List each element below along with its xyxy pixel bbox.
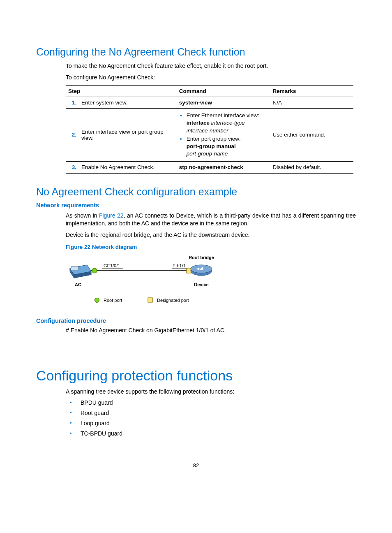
table-row: 2. Enter interface view or port group vi… [66,109,353,161]
chapter-heading-configuring-protection-functions: Configuring protection functions [36,368,356,384]
section-heading-no-agreement-check-example: No Agreement Check configuration example [36,186,356,198]
paragraph: As shown in Figure 22, an AC connects to… [66,212,356,228]
table-row: 3. Enable No Agreement Check. stp no-agr… [66,161,353,173]
paragraph: To make the No Agreement Check feature t… [66,62,356,70]
step-description: Enable No Agreement Check. [79,161,177,173]
paragraph: # Enable No Agreement Check on GigabitEt… [66,327,356,335]
paragraph: A spanning tree device supports the foll… [66,388,356,396]
step-remarks: Disabled by default. [270,161,353,173]
step-number: 2. [66,109,79,161]
subheading-network-requirements: Network requirements [36,202,356,209]
svg-text:Root port: Root port [104,298,122,303]
svg-text:GE1/0/1: GE1/0/1 [104,263,120,268]
legend-designated-port-icon [148,298,152,302]
list-item: BPDU guard [66,399,356,407]
step-command: stp no-agreement-check [177,161,270,173]
steps-table: Step Command Remarks 1. Enter system vie… [66,85,353,173]
list-item: Loop guard [66,419,356,427]
col-header-step: Step [66,85,177,97]
network-diagram: Root bridge GE1/0/1 Eth1/1 [66,254,238,308]
paragraph: To configure No Agreement Check: [66,74,356,82]
svg-text:Device: Device [194,282,208,287]
svg-text:Root bridge: Root bridge [189,255,214,260]
legend-root-port-icon [95,298,99,303]
root-port-icon [92,268,97,273]
col-header-remarks: Remarks [270,85,353,97]
table-row: 1. Enter system view. system-view N/A [66,97,353,109]
svg-rect-5 [70,266,79,271]
step-description: Enter system view. [79,97,177,109]
col-header-command: Command [177,85,270,97]
paragraph: Device is the regional root bridge, and … [66,231,356,239]
step-number: 3. [66,161,79,173]
svg-text:AC: AC [75,282,81,287]
svg-text:Designated port: Designated port [157,298,189,303]
protection-functions-list: BPDU guard Root guard Loop guard TC-BPDU… [66,399,356,438]
section-heading-configuring-no-agreement-check: Configuring the No Agreement Check funct… [36,46,356,58]
device-router-icon [191,265,212,276]
step-remarks: N/A [270,97,353,109]
ac-device-icon [70,265,91,278]
list-item: TC-BPDU guard [66,430,356,438]
list-item: Root guard [66,409,356,417]
step-description: Enter interface view or port group view. [79,109,177,161]
step-remarks: Use either command. [270,109,353,161]
page-number: 82 [36,462,356,468]
step-number: 1. [66,97,79,109]
figure-caption: Figure 22 Network diagram [66,244,356,250]
link-figure-22[interactable]: Figure 22 [99,212,124,219]
svg-text:Eth1/1: Eth1/1 [173,263,186,268]
subheading-configuration-procedure: Configuration procedure [36,317,356,324]
step-command: system-view [177,97,270,109]
step-command: Enter Ethernet interface view: interface… [177,109,270,161]
